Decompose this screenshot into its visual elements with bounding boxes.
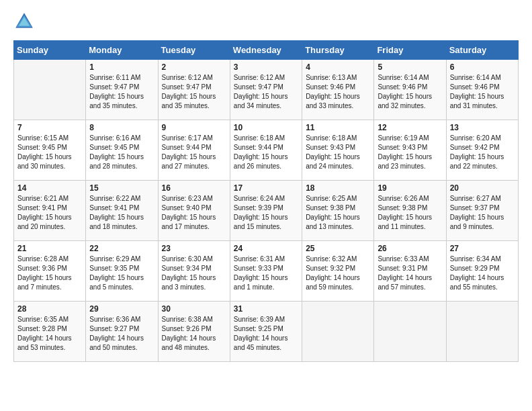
calendar-header: SundayMondayTuesdayWednesdayThursdayFrid… bbox=[14, 41, 519, 60]
day-number: 18 bbox=[306, 183, 370, 193]
calendar-body: 1Sunrise: 6:11 AM Sunset: 9:47 PM Daylig… bbox=[14, 60, 519, 362]
day-info: Sunrise: 6:32 AM Sunset: 9:32 PM Dayligh… bbox=[306, 255, 370, 292]
day-number: 1 bbox=[89, 62, 154, 72]
day-number: 9 bbox=[162, 123, 226, 132]
day-number: 21 bbox=[17, 244, 82, 253]
col-header-wednesday: Wednesday bbox=[230, 41, 302, 60]
day-number: 5 bbox=[378, 62, 442, 72]
day-info: Sunrise: 6:31 AM Sunset: 9:33 PM Dayligh… bbox=[234, 255, 298, 292]
calendar-cell: 19Sunrise: 6:26 AM Sunset: 9:38 PM Dayli… bbox=[374, 181, 446, 241]
calendar-cell bbox=[446, 302, 518, 362]
day-info: Sunrise: 6:24 AM Sunset: 9:39 PM Dayligh… bbox=[234, 194, 298, 232]
calendar-cell: 20Sunrise: 6:27 AM Sunset: 9:37 PM Dayli… bbox=[446, 181, 518, 241]
calendar-cell: 7Sunrise: 6:15 AM Sunset: 9:45 PM Daylig… bbox=[14, 120, 86, 181]
calendar-cell: 11Sunrise: 6:18 AM Sunset: 9:43 PM Dayli… bbox=[302, 120, 374, 181]
day-number: 29 bbox=[89, 304, 154, 314]
day-info: Sunrise: 6:35 AM Sunset: 9:28 PM Dayligh… bbox=[17, 315, 82, 353]
calendar-cell: 2Sunrise: 6:12 AM Sunset: 9:47 PM Daylig… bbox=[158, 60, 230, 120]
day-info: Sunrise: 6:26 AM Sunset: 9:38 PM Dayligh… bbox=[378, 194, 442, 232]
day-number: 12 bbox=[378, 123, 442, 132]
day-info: Sunrise: 6:11 AM Sunset: 9:47 PM Dayligh… bbox=[89, 73, 154, 111]
col-header-tuesday: Tuesday bbox=[158, 41, 230, 60]
day-number: 26 bbox=[378, 244, 442, 253]
day-number: 25 bbox=[306, 244, 370, 253]
day-number: 3 bbox=[234, 62, 298, 72]
day-number: 8 bbox=[89, 123, 154, 132]
header bbox=[13, 11, 519, 32]
day-number: 31 bbox=[234, 304, 298, 314]
col-header-saturday: Saturday bbox=[446, 41, 518, 60]
day-info: Sunrise: 6:18 AM Sunset: 9:43 PM Dayligh… bbox=[306, 134, 370, 171]
day-number: 24 bbox=[234, 244, 298, 253]
day-info: Sunrise: 6:34 AM Sunset: 9:29 PM Dayligh… bbox=[450, 255, 515, 292]
calendar-cell: 29Sunrise: 6:36 AM Sunset: 9:27 PM Dayli… bbox=[86, 302, 158, 362]
calendar-cell: 22Sunrise: 6:29 AM Sunset: 9:35 PM Dayli… bbox=[86, 241, 158, 302]
day-info: Sunrise: 6:19 AM Sunset: 9:43 PM Dayligh… bbox=[378, 134, 442, 171]
calendar-cell: 13Sunrise: 6:20 AM Sunset: 9:42 PM Dayli… bbox=[446, 120, 518, 181]
day-info: Sunrise: 6:14 AM Sunset: 9:46 PM Dayligh… bbox=[378, 73, 442, 111]
col-header-sunday: Sunday bbox=[14, 41, 86, 60]
week-row-5: 28Sunrise: 6:35 AM Sunset: 9:28 PM Dayli… bbox=[14, 302, 519, 362]
calendar-cell: 28Sunrise: 6:35 AM Sunset: 9:28 PM Dayli… bbox=[14, 302, 86, 362]
page: SundayMondayTuesdayWednesdayThursdayFrid… bbox=[0, 0, 532, 373]
day-number: 11 bbox=[306, 123, 370, 132]
day-number: 30 bbox=[162, 304, 226, 314]
day-info: Sunrise: 6:33 AM Sunset: 9:31 PM Dayligh… bbox=[378, 255, 442, 292]
calendar-cell: 30Sunrise: 6:38 AM Sunset: 9:26 PM Dayli… bbox=[158, 302, 230, 362]
calendar-cell: 16Sunrise: 6:23 AM Sunset: 9:40 PM Dayli… bbox=[158, 181, 230, 241]
day-info: Sunrise: 6:18 AM Sunset: 9:44 PM Dayligh… bbox=[234, 134, 298, 171]
logo bbox=[13, 11, 36, 32]
day-info: Sunrise: 6:20 AM Sunset: 9:42 PM Dayligh… bbox=[450, 134, 515, 171]
calendar-cell: 3Sunrise: 6:12 AM Sunset: 9:47 PM Daylig… bbox=[230, 60, 302, 120]
day-number: 23 bbox=[162, 244, 226, 253]
day-number: 2 bbox=[162, 62, 226, 72]
calendar-cell: 10Sunrise: 6:18 AM Sunset: 9:44 PM Dayli… bbox=[230, 120, 302, 181]
day-info: Sunrise: 6:29 AM Sunset: 9:35 PM Dayligh… bbox=[89, 255, 154, 292]
day-number: 20 bbox=[450, 183, 515, 193]
day-info: Sunrise: 6:25 AM Sunset: 9:38 PM Dayligh… bbox=[306, 194, 370, 232]
calendar-table: SundayMondayTuesdayWednesdayThursdayFrid… bbox=[13, 40, 519, 362]
calendar-cell: 18Sunrise: 6:25 AM Sunset: 9:38 PM Dayli… bbox=[302, 181, 374, 241]
day-number: 6 bbox=[450, 62, 515, 72]
day-info: Sunrise: 6:21 AM Sunset: 9:41 PM Dayligh… bbox=[17, 194, 82, 232]
day-number: 22 bbox=[89, 244, 154, 253]
calendar-cell: 15Sunrise: 6:22 AM Sunset: 9:41 PM Dayli… bbox=[86, 181, 158, 241]
day-info: Sunrise: 6:23 AM Sunset: 9:40 PM Dayligh… bbox=[162, 194, 226, 232]
day-number: 7 bbox=[17, 123, 82, 132]
day-number: 19 bbox=[378, 183, 442, 193]
calendar-cell: 24Sunrise: 6:31 AM Sunset: 9:33 PM Dayli… bbox=[230, 241, 302, 302]
day-number: 10 bbox=[234, 123, 298, 132]
day-number: 14 bbox=[17, 183, 82, 193]
day-info: Sunrise: 6:39 AM Sunset: 9:25 PM Dayligh… bbox=[234, 315, 298, 353]
day-info: Sunrise: 6:12 AM Sunset: 9:47 PM Dayligh… bbox=[162, 73, 226, 111]
calendar-cell: 8Sunrise: 6:16 AM Sunset: 9:45 PM Daylig… bbox=[86, 120, 158, 181]
calendar-cell: 17Sunrise: 6:24 AM Sunset: 9:39 PM Dayli… bbox=[230, 181, 302, 241]
calendar-cell: 9Sunrise: 6:17 AM Sunset: 9:44 PM Daylig… bbox=[158, 120, 230, 181]
calendar-cell: 1Sunrise: 6:11 AM Sunset: 9:47 PM Daylig… bbox=[86, 60, 158, 120]
logo-icon bbox=[13, 11, 35, 32]
week-row-4: 21Sunrise: 6:28 AM Sunset: 9:36 PM Dayli… bbox=[14, 241, 519, 302]
day-info: Sunrise: 6:27 AM Sunset: 9:37 PM Dayligh… bbox=[450, 194, 515, 232]
calendar-cell bbox=[14, 60, 86, 120]
day-number: 16 bbox=[162, 183, 226, 193]
day-info: Sunrise: 6:36 AM Sunset: 9:27 PM Dayligh… bbox=[89, 315, 154, 353]
day-info: Sunrise: 6:28 AM Sunset: 9:36 PM Dayligh… bbox=[17, 255, 82, 292]
day-info: Sunrise: 6:30 AM Sunset: 9:34 PM Dayligh… bbox=[162, 255, 226, 292]
week-row-1: 1Sunrise: 6:11 AM Sunset: 9:47 PM Daylig… bbox=[14, 60, 519, 120]
calendar-cell: 12Sunrise: 6:19 AM Sunset: 9:43 PM Dayli… bbox=[374, 120, 446, 181]
calendar-cell bbox=[302, 302, 374, 362]
day-info: Sunrise: 6:15 AM Sunset: 9:45 PM Dayligh… bbox=[17, 134, 82, 171]
calendar-cell: 21Sunrise: 6:28 AM Sunset: 9:36 PM Dayli… bbox=[14, 241, 86, 302]
day-info: Sunrise: 6:38 AM Sunset: 9:26 PM Dayligh… bbox=[162, 315, 226, 353]
day-info: Sunrise: 6:16 AM Sunset: 9:45 PM Dayligh… bbox=[89, 134, 154, 171]
calendar-cell: 27Sunrise: 6:34 AM Sunset: 9:29 PM Dayli… bbox=[446, 241, 518, 302]
calendar-cell: 26Sunrise: 6:33 AM Sunset: 9:31 PM Dayli… bbox=[374, 241, 446, 302]
day-info: Sunrise: 6:12 AM Sunset: 9:47 PM Dayligh… bbox=[234, 73, 298, 111]
calendar-cell: 6Sunrise: 6:14 AM Sunset: 9:46 PM Daylig… bbox=[446, 60, 518, 120]
week-row-3: 14Sunrise: 6:21 AM Sunset: 9:41 PM Dayli… bbox=[14, 181, 519, 241]
calendar-cell: 4Sunrise: 6:13 AM Sunset: 9:46 PM Daylig… bbox=[302, 60, 374, 120]
calendar-cell: 23Sunrise: 6:30 AM Sunset: 9:34 PM Dayli… bbox=[158, 241, 230, 302]
calendar-cell bbox=[374, 302, 446, 362]
day-number: 28 bbox=[17, 304, 82, 314]
calendar-cell: 5Sunrise: 6:14 AM Sunset: 9:46 PM Daylig… bbox=[374, 60, 446, 120]
